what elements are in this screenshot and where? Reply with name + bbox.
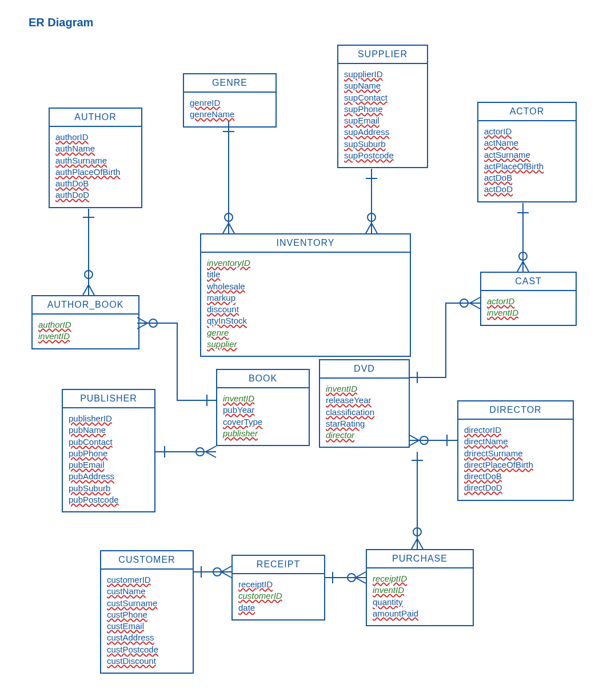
- attr: custPhone: [107, 609, 187, 621]
- entity-genre: GENRE genreID genreName: [183, 73, 277, 128]
- entity-inventory-body: inventoryID title wholesale markup disco…: [201, 253, 410, 356]
- attr: customerID: [238, 590, 318, 602]
- attr: pubPostcode: [69, 494, 149, 506]
- attr: supPostcode: [344, 150, 421, 161]
- svg-point-29: [413, 528, 421, 536]
- attr: actDoD: [484, 184, 570, 195]
- entity-director: DIRECTOR directorID directName drirectSu…: [457, 400, 574, 501]
- attr: inventID: [38, 331, 133, 342]
- attr: publisherID: [69, 413, 149, 424]
- attr: discount: [207, 304, 404, 315]
- attr: inventID: [373, 584, 467, 596]
- attr: directDoB: [464, 471, 567, 482]
- attr: markup: [207, 292, 404, 304]
- attr: pubEmail: [69, 459, 149, 471]
- svg-point-3: [149, 319, 157, 327]
- attr: amountPaid: [373, 608, 467, 619]
- attr: receiptID: [373, 573, 467, 584]
- entity-book: BOOK inventID pubYear coverType publishe…: [216, 369, 310, 446]
- entity-genre-head: GENRE: [184, 74, 275, 93]
- attr: receiptID: [238, 579, 318, 590]
- attr: supAddress: [344, 126, 421, 138]
- entity-customer-body: customerID custName custSurname custPhon…: [101, 570, 193, 673]
- attr: custPostcode: [107, 644, 187, 655]
- attr: authDoD: [55, 189, 135, 201]
- entity-cast-head: CAST: [481, 273, 576, 291]
- attr: custDiscount: [107, 655, 187, 667]
- attr: supName: [344, 80, 421, 92]
- entity-author-book: AUTHOR_BOOK authorID inventID: [31, 295, 139, 349]
- attr: actorID: [484, 126, 570, 137]
- entity-dvd: DVD inventID releaseYear classification …: [319, 359, 410, 448]
- attr: pubYear: [223, 404, 303, 416]
- entity-director-head: DIRECTOR: [458, 401, 573, 420]
- attr: inventoryID: [207, 257, 404, 269]
- page-title: ER Diagram: [29, 16, 93, 29]
- svg-point-7: [225, 213, 233, 221]
- entity-actor: ACTOR actorID actName actSurname actPlac…: [477, 102, 577, 202]
- attr: supEmail: [344, 115, 421, 126]
- attr: genreName: [190, 109, 270, 120]
- entity-genre-body: genreID genreName: [184, 93, 275, 126]
- attr: pubAddress: [69, 471, 149, 482]
- attr: custAddress: [107, 632, 187, 643]
- er-canvas: ER Diagram AUTHOR authorID authName auth…: [0, 0, 615, 700]
- entity-inventory: INVENTORY inventoryID title wholesale ma…: [200, 233, 411, 357]
- attr: authorID: [38, 319, 133, 331]
- attr: genre: [207, 327, 404, 339]
- attr: actPlaceOfBirth: [484, 161, 570, 172]
- entity-supplier-head: SUPPLIER: [338, 46, 427, 64]
- entity-customer: CUSTOMER customerID custName custSurname…: [100, 550, 194, 674]
- entity-actor-body: actorID actName actSurname actPlaceOfBir…: [478, 121, 576, 201]
- svg-point-27: [348, 574, 356, 582]
- entity-author-body: authorID authName authSurname authPlaceO…: [50, 127, 141, 207]
- attr: authDoB: [55, 178, 135, 189]
- attr: pubContact: [69, 436, 149, 448]
- attr: starRating: [326, 418, 403, 429]
- entity-book-head: BOOK: [217, 370, 309, 388]
- entity-receipt: RECEIPT receiptID customerID date: [231, 555, 325, 621]
- attr: authName: [55, 143, 135, 154]
- entity-dvd-head: DVD: [320, 360, 409, 379]
- attr: director: [326, 429, 403, 441]
- attr: inventID: [223, 393, 303, 404]
- attr: releaseYear: [326, 395, 403, 406]
- svg-point-18: [196, 448, 204, 456]
- attr: customerID: [107, 574, 187, 586]
- attr: directDoD: [464, 482, 567, 494]
- entity-purchase-body: receiptID inventID quantity amountPaid: [367, 568, 473, 625]
- attr: supContact: [344, 92, 421, 104]
- attr: pubPhone: [69, 448, 149, 459]
- attr: quantity: [373, 596, 467, 608]
- attr: authorID: [55, 132, 135, 143]
- entity-purchase-head: PURCHASE: [367, 550, 473, 568]
- svg-point-14: [460, 299, 468, 307]
- attr: title: [207, 269, 404, 280]
- attr: custName: [107, 586, 187, 597]
- entity-author-book-head: AUTHOR_BOOK: [33, 296, 138, 315]
- entity-inventory-head: INVENTORY: [201, 234, 410, 253]
- attr: qtyInStock: [207, 315, 404, 327]
- entity-customer-head: CUSTOMER: [101, 551, 193, 570]
- attr: directPlaceOfBirth: [464, 459, 567, 471]
- attr: supPhone: [344, 104, 421, 115]
- attr: actName: [484, 137, 570, 149]
- attr: pubSuburb: [69, 483, 149, 494]
- entity-publisher: PUBLISHER publisherID pubName pubContact…: [62, 389, 155, 512]
- entity-author-head: AUTHOR: [50, 109, 141, 127]
- attr: drirectSurname: [464, 448, 567, 459]
- attr: authPlaceOfBirth: [55, 166, 135, 178]
- entity-supplier-body: supplierID supName supContact supPhone s…: [338, 64, 427, 167]
- attr: coverType: [223, 416, 303, 428]
- attr: supplierID: [344, 69, 421, 80]
- attr: genreID: [190, 97, 270, 109]
- entity-receipt-body: receiptID customerID date: [233, 574, 324, 619]
- attr: date: [238, 602, 318, 614]
- entity-author-book-body: authorID inventID: [33, 315, 138, 348]
- entity-purchase: PURCHASE receiptID inventID quantity amo…: [366, 549, 474, 626]
- entity-dvd-body: inventID releaseYear classification star…: [320, 379, 409, 447]
- attr: inventID: [326, 383, 403, 395]
- attr: directName: [464, 436, 567, 447]
- entity-receipt-head: RECEIPT: [233, 556, 324, 574]
- attr: pubName: [69, 424, 149, 436]
